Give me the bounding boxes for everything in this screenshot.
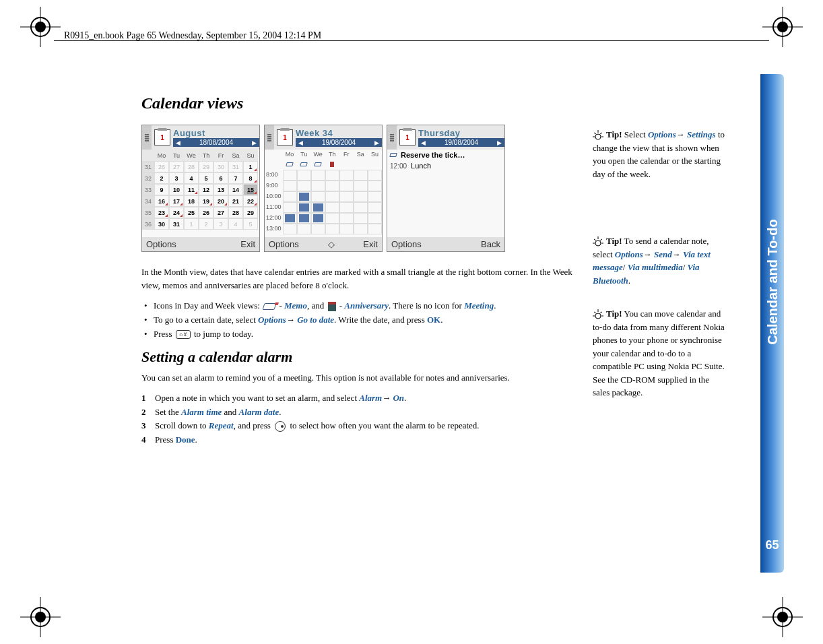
tip-icon bbox=[593, 130, 603, 141]
svg-point-22 bbox=[595, 240, 601, 246]
month-date: 18/08/2004 bbox=[199, 139, 233, 146]
paragraph: In the Month view, dates that have calen… bbox=[141, 265, 572, 292]
week-title: Week 34 bbox=[296, 128, 382, 138]
calendar-icon: 1 bbox=[277, 129, 293, 146]
crop-mark bbox=[762, 7, 803, 47]
bullet-item: Icons in Day and Week views: - Memo, and… bbox=[141, 299, 572, 313]
page-number: 65 bbox=[765, 538, 779, 552]
day-date: 19/08/2004 bbox=[445, 139, 478, 146]
tip-icon bbox=[593, 309, 603, 320]
svg-line-30 bbox=[594, 312, 596, 313]
svg-line-25 bbox=[600, 239, 602, 240]
memo-icon bbox=[389, 153, 397, 157]
svg-point-3 bbox=[35, 22, 46, 32]
step-item: 4Press Done. bbox=[141, 433, 572, 447]
tip-block: Tip! To send a calendar note, select Opt… bbox=[593, 234, 727, 287]
svg-line-24 bbox=[594, 239, 596, 240]
side-tab-label: Calendar and To-do bbox=[764, 219, 780, 344]
month-view-screenshot: 1 August ◀18/08/2004▶ MoTuWeThFrSaSu3126… bbox=[141, 125, 260, 252]
subsection-title: Setting a calendar alarm bbox=[141, 348, 572, 366]
anniversary-icon bbox=[328, 302, 336, 311]
calendar-icon: 1 bbox=[399, 129, 416, 146]
memo-icon bbox=[263, 303, 277, 310]
day-entry-text: Lunch bbox=[411, 162, 431, 170]
week-view-screenshot: 1 Week 34 ◀19/08/2004▶ 8:009:0010:0011:0… bbox=[264, 125, 383, 252]
svg-point-16 bbox=[595, 134, 601, 139]
signal-icon bbox=[142, 125, 152, 150]
svg-line-19 bbox=[600, 133, 602, 134]
calendar-icon: 1 bbox=[154, 129, 170, 146]
section-title: Calendar views bbox=[141, 94, 572, 112]
svg-line-31 bbox=[600, 312, 602, 313]
softkey-right: Exit bbox=[363, 239, 378, 249]
svg-point-11 bbox=[35, 612, 46, 622]
bullet-item: To go to a certain date, select Options→… bbox=[141, 313, 572, 327]
softkey-left: Options bbox=[391, 239, 422, 249]
softkey-right: Exit bbox=[240, 239, 255, 249]
softkey-left: Options bbox=[269, 239, 299, 249]
day-entry-reserve: Reserve the tick… bbox=[401, 151, 465, 159]
crop-mark bbox=[762, 597, 803, 637]
nav-icon: ◇ bbox=[328, 239, 335, 249]
day-entry-time: 12:00 bbox=[390, 162, 407, 170]
step-item: 2Set the Alarm time and Alarm date. bbox=[141, 406, 572, 420]
bullet-item: Press ⌂ # to jump to today. bbox=[141, 327, 572, 342]
tip-block: Tip! Select Options→ Settings to change … bbox=[593, 128, 727, 181]
softkey-left: Options bbox=[146, 239, 176, 249]
tip-icon bbox=[593, 236, 603, 247]
side-tab: Calendar and To-do 65 bbox=[760, 74, 784, 573]
week-date: 19/08/2004 bbox=[322, 139, 356, 146]
screenshot-row: 1 August ◀18/08/2004▶ MoTuWeThFrSaSu3126… bbox=[141, 125, 572, 252]
nav-right-icon: ▶ bbox=[252, 139, 257, 146]
month-title: August bbox=[173, 128, 259, 138]
joystick-icon bbox=[275, 421, 286, 432]
day-view-screenshot: 1 Thursday ◀19/08/2004▶ Reserve the tick… bbox=[387, 125, 505, 252]
svg-point-15 bbox=[777, 612, 788, 622]
crop-mark bbox=[20, 7, 61, 47]
paragraph: You can set an alarm to remind you of a … bbox=[141, 371, 572, 385]
softkey-right: Back bbox=[481, 239, 500, 249]
signal-icon bbox=[265, 125, 274, 150]
hash-key-icon: ⌂ # bbox=[176, 330, 191, 339]
step-item: 1Open a note in which you want to set an… bbox=[141, 391, 572, 406]
svg-point-28 bbox=[595, 313, 601, 319]
nav-right-icon: ▶ bbox=[374, 139, 379, 146]
nav-right-icon: ▶ bbox=[497, 139, 502, 146]
nav-left-icon: ◀ bbox=[421, 139, 426, 146]
signal-icon bbox=[387, 125, 397, 150]
nav-left-icon: ◀ bbox=[176, 139, 180, 146]
nav-left-icon: ◀ bbox=[298, 139, 303, 146]
svg-line-18 bbox=[594, 133, 596, 134]
page-header: R0915_en.book Page 65 Wednesday, Septemb… bbox=[64, 30, 321, 41]
step-item: 3Scroll down to Repeat, and press to sel… bbox=[141, 419, 572, 433]
crop-mark bbox=[20, 597, 61, 637]
tip-block: Tip! You can move calendar and to-do dat… bbox=[593, 307, 727, 399]
svg-point-7 bbox=[777, 22, 788, 32]
day-title: Thursday bbox=[418, 128, 504, 138]
